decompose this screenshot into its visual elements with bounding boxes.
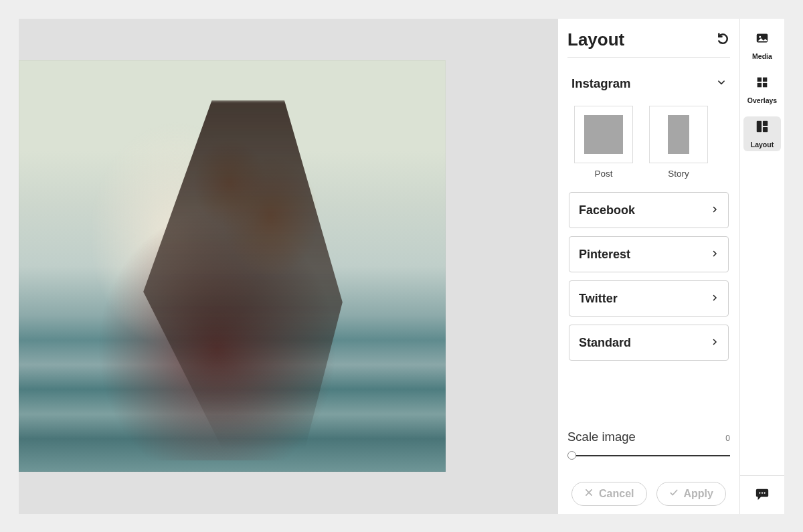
- section-facebook[interactable]: Facebook: [569, 192, 729, 228]
- sections-accordion: Facebook Pinterest Twitter Standard: [567, 192, 730, 361]
- canvas-photo[interactable]: [19, 60, 446, 472]
- apply-label: Apply: [684, 488, 713, 500]
- close-icon: [584, 488, 594, 500]
- rail-overlays-label: Overlays: [747, 96, 777, 104]
- rail-layout-label: Layout: [751, 141, 774, 149]
- chevron-down-icon: [717, 78, 726, 90]
- section-standard-label: Standard: [579, 336, 631, 350]
- chevron-right-icon: [711, 292, 719, 304]
- svg-point-7: [759, 492, 760, 493]
- scale-slider[interactable]: [567, 451, 730, 460]
- layout-icon: [755, 119, 770, 137]
- preset-post-label: Post: [594, 169, 612, 179]
- button-row: Cancel Apply: [567, 482, 730, 506]
- section-instagram-header[interactable]: Instagram: [571, 76, 726, 91]
- section-instagram-label: Instagram: [571, 76, 630, 91]
- rail-footer: [740, 475, 784, 514]
- rail-item-layout[interactable]: Layout: [743, 116, 781, 151]
- svg-rect-5: [763, 121, 768, 126]
- slider-thumb[interactable]: [567, 451, 576, 460]
- scale-row: Scale image 0: [567, 430, 730, 444]
- right-rail: Media Overlays Layout: [739, 19, 784, 514]
- section-twitter[interactable]: Twitter: [569, 280, 729, 317]
- preset-story-thumb: [649, 106, 708, 163]
- svg-point-3: [759, 36, 761, 38]
- preset-post-thumb: [574, 106, 633, 163]
- section-standard[interactable]: Standard: [569, 325, 729, 361]
- chevron-right-icon: [711, 248, 719, 260]
- scale-value: 0: [725, 434, 730, 443]
- section-instagram: Instagram Post: [567, 76, 730, 179]
- rail-item-media[interactable]: Media: [743, 28, 781, 63]
- panel-footer: Scale image 0 Cancel: [567, 430, 730, 506]
- svg-point-9: [764, 492, 766, 493]
- cancel-label: Cancel: [599, 488, 634, 500]
- chevron-right-icon: [711, 204, 719, 216]
- slider-track: [567, 455, 730, 456]
- section-facebook-label: Facebook: [579, 203, 635, 217]
- preset-post-shape: [584, 115, 623, 154]
- svg-rect-4: [757, 121, 762, 132]
- check-icon: [669, 488, 679, 500]
- preset-instagram-post[interactable]: Post: [574, 106, 633, 179]
- section-pinterest[interactable]: Pinterest: [569, 236, 729, 272]
- chat-icon[interactable]: [755, 486, 770, 504]
- cancel-button[interactable]: Cancel: [571, 482, 646, 506]
- preset-story-shape: [668, 115, 689, 154]
- panel-title: Layout: [567, 29, 624, 50]
- undo-icon[interactable]: [717, 32, 730, 48]
- panel-header: Layout: [567, 29, 730, 58]
- chevron-right-icon: [711, 337, 719, 349]
- rail-media-label: Media: [752, 52, 772, 60]
- scale-label: Scale image: [567, 430, 636, 444]
- apply-button[interactable]: Apply: [656, 482, 726, 506]
- rail-item-overlays[interactable]: Overlays: [743, 72, 781, 107]
- svg-point-8: [762, 492, 763, 493]
- svg-rect-6: [763, 127, 768, 132]
- section-twitter-label: Twitter: [579, 292, 618, 306]
- canvas-area[interactable]: [19, 19, 558, 514]
- overlays-icon: [755, 75, 770, 92]
- preset-instagram-story[interactable]: Story: [649, 106, 708, 179]
- section-pinterest-label: Pinterest: [579, 248, 630, 262]
- preset-story-label: Story: [668, 169, 689, 179]
- image-icon: [755, 31, 770, 48]
- layout-panel: Layout Instagram: [558, 19, 739, 514]
- instagram-presets: Post Story: [571, 106, 726, 179]
